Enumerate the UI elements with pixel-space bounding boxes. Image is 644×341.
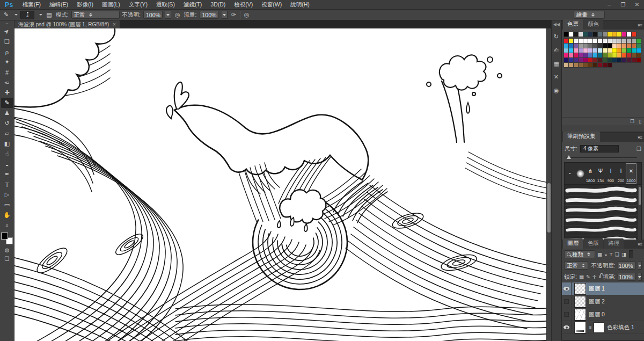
swatch[interactable] bbox=[593, 32, 597, 37]
layer-name[interactable]: 色彩填色 1 bbox=[607, 324, 634, 331]
swatch[interactable] bbox=[583, 43, 588, 48]
airbrush-icon[interactable]: ✑ bbox=[230, 11, 237, 18]
blend-mode-select[interactable]: 正常 bbox=[71, 11, 120, 19]
swatch[interactable] bbox=[612, 39, 617, 43]
swatch[interactable] bbox=[608, 43, 612, 48]
swatch[interactable] bbox=[632, 32, 636, 37]
layer-fill-field[interactable]: 100% bbox=[618, 273, 636, 281]
zoom-tool[interactable]: ⌕ bbox=[1, 220, 13, 230]
scrollbar-thumb[interactable] bbox=[639, 187, 641, 205]
swatch[interactable] bbox=[608, 48, 612, 53]
filter-adjustment-layers-icon[interactable]: ◒ bbox=[604, 251, 608, 257]
minimize-button[interactable]: – bbox=[602, 0, 616, 9]
swatch[interactable] bbox=[622, 48, 626, 53]
layer-opacity-field[interactable]: 100% bbox=[618, 262, 636, 270]
workspace-select[interactable]: 繪畫 bbox=[574, 11, 605, 19]
menu-item-8[interactable]: 檢視(V) bbox=[230, 0, 257, 9]
lock-transparency-icon[interactable]: ▦ bbox=[579, 274, 584, 280]
layer-blend-mode-select[interactable]: 正常 bbox=[564, 262, 588, 270]
lock-pixels-icon[interactable]: ✎ bbox=[586, 274, 590, 280]
swatch[interactable] bbox=[632, 53, 636, 57]
swatch[interactable] bbox=[603, 63, 607, 67]
brush-tip-900[interactable]: ǀ900 bbox=[606, 164, 616, 183]
swatch[interactable] bbox=[588, 32, 592, 37]
swatch[interactable] bbox=[627, 43, 631, 48]
swatch[interactable] bbox=[588, 58, 592, 62]
hidden-visibility-box[interactable] bbox=[564, 312, 569, 317]
swatch[interactable] bbox=[583, 63, 588, 67]
swatch[interactable] bbox=[627, 39, 631, 43]
pressure-opacity-icon[interactable]: ◎ bbox=[174, 11, 181, 18]
new-swatch-icon[interactable]: ❐ bbox=[630, 119, 634, 124]
quick-selection-tool[interactable]: ✦ bbox=[1, 57, 13, 67]
restore-button[interactable]: ❐ bbox=[616, 0, 630, 9]
canvas[interactable] bbox=[14, 28, 551, 341]
layer-thumbnail[interactable] bbox=[574, 283, 586, 295]
panel-menu-icon[interactable]: ▾≡ bbox=[638, 242, 642, 247]
layer-name[interactable]: 圖層 0 bbox=[589, 311, 605, 318]
layer-name[interactable]: 圖層 2 bbox=[589, 298, 605, 306]
tab-close-icon[interactable]: × bbox=[113, 21, 116, 27]
swatch[interactable] bbox=[608, 39, 612, 43]
swatch[interactable] bbox=[574, 32, 578, 37]
tool-presets-panel-icon[interactable]: ✕ bbox=[554, 70, 559, 84]
brush-tip[interactable] bbox=[565, 164, 575, 183]
layer-mask-thumbnail[interactable] bbox=[594, 322, 604, 333]
swatch[interactable] bbox=[569, 58, 573, 62]
quick-mask-icon[interactable]: ◍ bbox=[5, 247, 10, 253]
brush-size-field[interactable]: 4 像素 bbox=[580, 145, 619, 153]
visibility-cell[interactable] bbox=[562, 308, 572, 321]
delete-swatch-icon[interactable]: ▯ bbox=[639, 119, 641, 124]
eyedropper-tool[interactable]: ✑ bbox=[1, 77, 13, 88]
swatch[interactable] bbox=[583, 48, 588, 53]
layer-opacity-dropdown[interactable] bbox=[638, 262, 642, 270]
swatch[interactable] bbox=[603, 58, 607, 62]
history-brush-tool[interactable]: ↺ bbox=[1, 118, 13, 128]
swatch[interactable] bbox=[636, 48, 641, 53]
flow-field[interactable]: 100% bbox=[200, 11, 219, 19]
visibility-cell[interactable] bbox=[562, 295, 572, 308]
tab-paths[interactable]: 路徑 bbox=[604, 238, 624, 249]
toolbar-grip[interactable]: ▪▪ bbox=[6, 22, 9, 25]
layer-row[interactable]: 8色彩填色 1 bbox=[562, 321, 644, 334]
swatch[interactable] bbox=[588, 43, 592, 48]
swatch[interactable] bbox=[608, 63, 612, 67]
panel-menu-icon[interactable]: ▾≡ bbox=[638, 135, 642, 140]
swatch[interactable] bbox=[598, 48, 602, 53]
swatch[interactable] bbox=[632, 48, 636, 53]
swatch[interactable] bbox=[632, 58, 636, 62]
swatch[interactable] bbox=[622, 39, 626, 43]
tool-preset-dropdown-icon[interactable] bbox=[14, 14, 18, 16]
tab-brush-presets[interactable]: 筆刷預設集 bbox=[563, 132, 600, 142]
eye-icon[interactable] bbox=[564, 287, 569, 291]
brush-tip-1000[interactable]: ✕1000 bbox=[626, 164, 636, 183]
filter-type-layers-icon[interactable]: T bbox=[610, 251, 613, 257]
brush-list-scrollbar[interactable] bbox=[638, 185, 641, 244]
swatch[interactable] bbox=[569, 43, 573, 48]
document-tab[interactable]: 海波浪.psd @ 100% (圖層 1, RGB/8#) × bbox=[14, 20, 120, 28]
move-tool[interactable]: ➤ bbox=[1, 26, 13, 37]
menu-item-5[interactable]: 選取(S) bbox=[152, 0, 179, 9]
brush-picker-dropdown-icon[interactable] bbox=[39, 14, 42, 16]
swatch[interactable] bbox=[617, 53, 621, 57]
swatch[interactable] bbox=[564, 43, 568, 48]
swatch[interactable] bbox=[574, 48, 578, 53]
spot-healing-brush-tool[interactable]: ✚ bbox=[1, 88, 13, 98]
history-panel-icon[interactable]: ↻ bbox=[554, 30, 559, 43]
swatch[interactable] bbox=[579, 53, 583, 57]
filter-smart-objects-icon[interactable]: ◨ bbox=[621, 251, 626, 257]
swatch[interactable] bbox=[608, 32, 612, 37]
creative-cloud-icon[interactable]: ◉ bbox=[554, 84, 559, 97]
menu-item-4[interactable]: 文字(Y) bbox=[125, 0, 152, 9]
swatch[interactable] bbox=[588, 48, 592, 53]
swatch[interactable] bbox=[593, 39, 597, 43]
swatch[interactable] bbox=[564, 53, 568, 57]
swatch[interactable] bbox=[627, 32, 631, 37]
swatch[interactable] bbox=[603, 53, 607, 57]
swatch[interactable] bbox=[603, 39, 607, 43]
tab-swatches[interactable]: 色票 bbox=[563, 19, 583, 30]
swatch[interactable] bbox=[603, 48, 607, 53]
swatch[interactable] bbox=[636, 39, 641, 43]
swatch[interactable] bbox=[608, 53, 612, 57]
swatch[interactable] bbox=[588, 39, 592, 43]
